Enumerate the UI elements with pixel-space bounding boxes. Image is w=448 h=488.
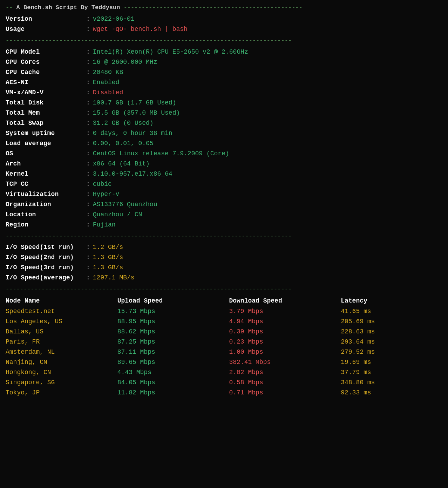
header-latency: Latency xyxy=(341,296,442,306)
kernel-value: 3.10.0-957.el7.x86_64 xyxy=(93,169,172,179)
network-node: Los Angeles, US xyxy=(6,317,117,327)
mem-label: Total Mem xyxy=(6,108,86,118)
virt-row: Virtualization : Hyper-V xyxy=(6,189,442,199)
vmx-colon: : xyxy=(86,88,90,97)
network-upload: 89.65 Mbps xyxy=(117,357,229,367)
network-download: 2.02 Mbps xyxy=(229,367,341,378)
sep-left: -- xyxy=(6,4,16,12)
kernel-label: Kernel xyxy=(6,169,86,179)
io-run3-row: I/O Speed(3rd run) : 1.3 GB/s xyxy=(6,263,442,273)
network-latency: 348.80 ms xyxy=(341,378,442,388)
network-upload: 4.43 Mbps xyxy=(117,367,229,378)
version-colon: : xyxy=(86,14,90,24)
network-download: 3.79 Mbps xyxy=(229,306,341,317)
network-upload: 88.95 Mbps xyxy=(117,317,229,327)
uptime-colon: : xyxy=(86,129,90,138)
network-node: Hongkong, CN xyxy=(6,367,117,378)
usage-value: wget -qO- bench.sh | bash xyxy=(93,25,188,34)
region-colon: : xyxy=(86,220,90,230)
header-title: A Bench.sh Script By Teddysun xyxy=(16,4,120,12)
cpu-cache-colon: : xyxy=(86,68,90,77)
os-colon: : xyxy=(86,149,90,158)
vmx-row: VM-x/AMD-V : Disabled xyxy=(6,88,442,98)
io-avg-row: I/O Speed(average) : 1297.1 MB/s xyxy=(6,273,442,283)
io-run2-row: I/O Speed(2nd run) : 1.3 GB/s xyxy=(6,252,442,263)
cpu-cores-value: 16 @ 2600.000 MHz xyxy=(93,57,157,67)
table-row: Amsterdam, NL87.11 Mbps1.00 Mbps279.52 m… xyxy=(6,347,442,357)
header-upload: Upload Speed xyxy=(117,296,229,306)
aes-value: Enabled xyxy=(93,78,120,87)
mem-row: Total Mem : 15.5 GB (357.0 MB Used) xyxy=(6,108,442,118)
table-row: Hongkong, CN4.43 Mbps2.02 Mbps37.79 ms xyxy=(6,367,442,378)
network-upload: 15.73 Mbps xyxy=(117,306,229,317)
table-row: Nanjing, CN89.65 Mbps382.41 Mbps19.69 ms xyxy=(6,357,442,367)
disk-row: Total Disk : 190.7 GB (1.7 GB Used) xyxy=(6,98,442,108)
network-node: Dallas, US xyxy=(6,327,117,337)
cpu-cache-value: 20480 KB xyxy=(93,68,123,77)
tcpcc-row: TCP CC : cubic xyxy=(6,179,442,189)
load-value: 0.00, 0.01, 0.05 xyxy=(93,139,154,148)
io-run1-value: 1.2 GB/s xyxy=(93,243,123,252)
disk-value: 190.7 GB (1.7 GB Used) xyxy=(93,98,176,108)
location-colon: : xyxy=(86,210,90,219)
separator-1: ----------------------------------------… xyxy=(6,36,442,45)
network-latency: 205.69 ms xyxy=(341,317,442,327)
io-section: I/O Speed(1st run) : 1.2 GB/s I/O Speed(… xyxy=(6,240,442,285)
kernel-colon: : xyxy=(86,169,90,179)
network-latency: 19.69 ms xyxy=(341,357,442,367)
vmx-label: VM-x/AMD-V xyxy=(6,88,86,97)
version-row: Version : v2022-06-01 xyxy=(6,14,442,24)
network-node: Singapore, SG xyxy=(6,378,117,388)
mem-colon: : xyxy=(86,108,90,118)
io-run2-colon: : xyxy=(86,253,90,262)
os-value: CentOS Linux release 7.9.2009 (Core) xyxy=(93,149,229,158)
io-avg-colon: : xyxy=(86,273,90,283)
network-download: 382.41 Mbps xyxy=(229,357,341,367)
tcpcc-value: cubic xyxy=(93,179,112,189)
load-label: Load average xyxy=(6,139,86,148)
version-label: Version xyxy=(6,14,86,24)
network-table: Node Name Upload Speed Download Speed La… xyxy=(6,296,442,398)
network-upload: 87.11 Mbps xyxy=(117,347,229,357)
sep-right: ----------------------------------------… xyxy=(120,4,302,12)
io-run2-value: 1.3 GB/s xyxy=(93,253,123,262)
network-download: 0.58 Mbps xyxy=(229,378,341,388)
network-latency: 228.63 ms xyxy=(341,327,442,337)
network-header-row: Node Name Upload Speed Download Speed La… xyxy=(6,296,442,306)
io-run1-label: I/O Speed(1st run) xyxy=(6,243,86,252)
cpu-model-colon: : xyxy=(86,47,90,57)
disk-label: Total Disk xyxy=(6,98,86,108)
uptime-row: System uptime : 0 days, 0 hour 38 min xyxy=(6,128,442,138)
aes-colon: : xyxy=(86,78,90,87)
os-label: OS xyxy=(6,149,86,158)
network-upload: 84.05 Mbps xyxy=(117,378,229,388)
network-node: Speedtest.net xyxy=(6,306,117,317)
disk-colon: : xyxy=(86,98,90,108)
network-node: Amsterdam, NL xyxy=(6,347,117,357)
version-section: Version : v2022-06-01 Usage : wget -qO- … xyxy=(6,12,442,36)
cpu-cores-colon: : xyxy=(86,57,90,67)
network-upload: 87.25 Mbps xyxy=(117,337,229,347)
usage-label: Usage xyxy=(6,25,86,34)
network-latency: 37.79 ms xyxy=(341,367,442,378)
system-section: CPU Model : Intel(R) Xeon(R) CPU E5-2650… xyxy=(6,45,442,232)
tcpcc-label: TCP CC xyxy=(6,179,86,189)
kernel-row: Kernel : 3.10.0-957.el7.x86_64 xyxy=(6,169,442,179)
header-download: Download Speed xyxy=(229,296,341,306)
region-label: Region xyxy=(6,220,86,230)
mem-value: 15.5 GB (357.0 MB Used) xyxy=(93,108,180,118)
uptime-label: System uptime xyxy=(6,129,86,138)
swap-row: Total Swap : 31.2 GB (0 Used) xyxy=(6,118,442,128)
cpu-cores-row: CPU Cores : 16 @ 2600.000 MHz xyxy=(6,57,442,67)
arch-colon: : xyxy=(86,159,90,169)
org-row: Organization : AS133776 Quanzhou xyxy=(6,199,442,210)
network-latency: 92.33 ms xyxy=(341,388,442,398)
region-value: Fujian xyxy=(93,220,116,230)
virt-colon: : xyxy=(86,190,90,199)
table-row: Paris, FR87.25 Mbps0.23 Mbps293.64 ms xyxy=(6,337,442,347)
network-node: Nanjing, CN xyxy=(6,357,117,367)
version-value: v2022-06-01 xyxy=(93,14,135,24)
network-download: 0.71 Mbps xyxy=(229,388,341,398)
location-row: Location : Quanzhou / CN xyxy=(6,210,442,220)
arch-value: x86_64 (64 Bit) xyxy=(93,159,150,169)
